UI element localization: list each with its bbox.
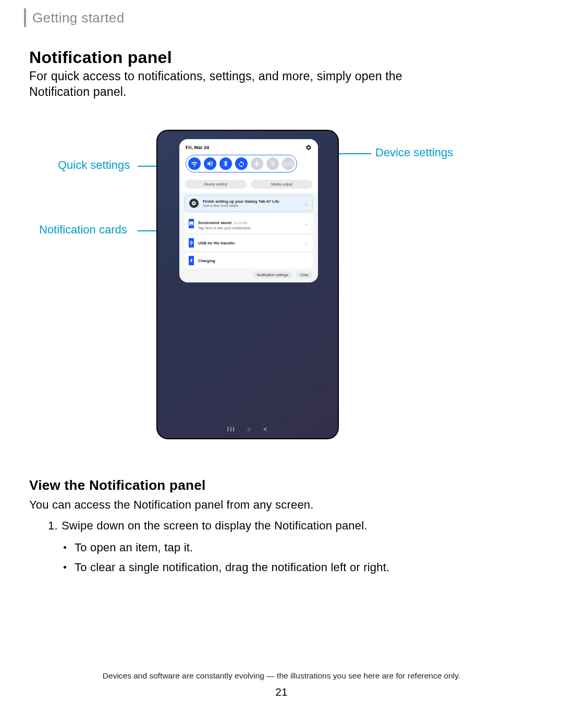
panel-date: Fri, Mar 24: [186, 145, 209, 150]
rotate-icon[interactable]: [235, 157, 248, 170]
clear-button[interactable]: Clear: [296, 272, 313, 278]
charging-notification[interactable]: Charging: [185, 253, 313, 268]
notification-sub: Tap here to see your screenshot.: [198, 226, 300, 230]
callout-device-settings: Device settings: [375, 146, 453, 159]
notification-settings-button[interactable]: Notification settings: [253, 272, 293, 278]
notification-title: Finish setting up your Galaxy Tab A7 Lit…: [203, 199, 300, 204]
notification-title: USB for file transfer: [198, 241, 300, 245]
page-title: Notification panel: [29, 48, 172, 67]
breadcrumb-bar: [24, 8, 26, 27]
panel-header: Fri, Mar 24 ⇅ ((•)): [179, 139, 318, 176]
notification-title: Charging: [198, 258, 309, 263]
usb-notification[interactable]: USB for file transfer ⌄: [185, 235, 313, 251]
bullet-list: To open an item, tap it. To clear a sing…: [48, 541, 389, 574]
gear-icon: [189, 199, 199, 208]
bullet-dot: [64, 566, 66, 569]
lead-paragraph: For quick access to notifications, setti…: [29, 69, 457, 100]
android-navbar: III ○ <: [157, 426, 338, 433]
media-output-button[interactable]: Media output: [251, 180, 313, 189]
section-heading: View the Notification panel: [29, 477, 205, 493]
footer-text: Devices and software are constantly evol…: [0, 671, 563, 681]
step-text: Swipe down on the screen to display the …: [62, 519, 368, 532]
control-buttons-row: Device control Media output: [179, 176, 318, 193]
back-icon[interactable]: <: [263, 426, 268, 433]
callout-notification-cards: Notification cards: [39, 223, 127, 237]
bullet-dot: [64, 546, 66, 549]
notification-sub: Just a few more steps: [203, 204, 300, 207]
chevron-down-icon[interactable]: ⌄: [304, 240, 309, 246]
setup-notification[interactable]: Finish setting up your Galaxy Tab A7 Lit…: [185, 195, 313, 212]
ordered-list: 1.Swipe down on the screen to display th…: [48, 519, 389, 581]
usb-icon: [189, 238, 194, 248]
device-screenshot: Fri, Mar 24 ⇅ ((•)) Device control Media…: [156, 130, 339, 439]
notification-panel: Fri, Mar 24 ⇅ ((•)) Device control Media…: [179, 139, 318, 282]
bullet-text: To clear a single notification, drag the…: [75, 561, 389, 574]
gear-icon[interactable]: [305, 144, 312, 151]
home-icon[interactable]: ○: [247, 426, 252, 433]
notification-title: Screenshot saved: [198, 220, 231, 225]
recents-icon[interactable]: III: [227, 426, 236, 433]
image-icon: [189, 219, 194, 228]
airplane-icon[interactable]: [251, 157, 263, 170]
wifi-icon[interactable]: [188, 157, 201, 170]
bolt-icon: [189, 256, 194, 265]
page-number: 21: [0, 686, 563, 698]
breadcrumb-text: Getting started: [32, 10, 125, 26]
bullet-text: To open an item, tap it.: [75, 541, 193, 554]
hotspot-icon[interactable]: ((•)): [282, 157, 295, 170]
chevron-down-icon[interactable]: ⌄: [304, 220, 309, 226]
quick-settings-row: ⇅ ((•)): [186, 155, 297, 172]
notification-time: 12:13 PM: [234, 221, 247, 225]
screenshot-notification[interactable]: Screenshot saved12:13 PM Tap here to see…: [185, 214, 313, 233]
panel-actions: Notification settings Clear: [179, 268, 318, 278]
bluetooth-icon[interactable]: [219, 157, 232, 170]
chevron-down-icon[interactable]: ⌄: [304, 201, 308, 206]
device-control-button[interactable]: Device control: [185, 180, 247, 189]
callout-quick-settings: Quick settings: [58, 158, 130, 172]
section-paragraph: You can access the Notification panel fr…: [29, 498, 314, 512]
sound-icon[interactable]: [204, 157, 216, 170]
breadcrumb: Getting started: [24, 8, 125, 27]
data-icon[interactable]: ⇅: [266, 157, 279, 170]
